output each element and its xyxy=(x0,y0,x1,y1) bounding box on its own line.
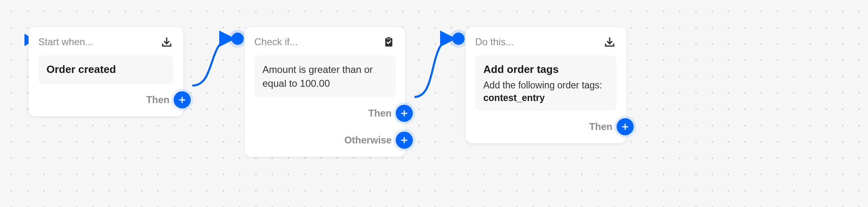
node-condition[interactable]: Check if... Amount is greater than or eq… xyxy=(245,27,405,157)
port-label-then: Then xyxy=(146,94,170,106)
node-action-tag: contest_entry xyxy=(483,92,608,104)
connector-start-to-condition xyxy=(183,24,245,98)
node-condition-header: Check if... xyxy=(254,35,396,49)
node-action-header-label: Do this... xyxy=(475,36,514,48)
node-action-content: Add order tags Add the following order t… xyxy=(475,55,617,111)
svg-rect-1 xyxy=(387,37,391,39)
node-action-port-then: Then xyxy=(475,118,617,135)
node-condition-body: Amount is greater than or equal to 100.0… xyxy=(262,63,388,90)
port-label-then: Then xyxy=(589,121,612,132)
node-action-header: Do this... xyxy=(475,35,617,49)
download-icon xyxy=(160,35,174,49)
port-label-then: Then xyxy=(368,108,392,119)
add-step-button[interactable] xyxy=(617,118,634,135)
download-icon xyxy=(603,35,617,49)
node-start-content: Order created xyxy=(38,55,174,84)
node-action-subtitle: Add the following order tags: xyxy=(483,79,608,92)
node-condition-content: Amount is greater than or equal to 100.0… xyxy=(254,55,396,97)
node-start[interactable]: Start when... Order created Then xyxy=(29,27,183,117)
node-condition-port-then: Then xyxy=(254,105,396,122)
clipboard-check-icon xyxy=(382,35,396,49)
node-start-header-label: Start when... xyxy=(38,36,93,48)
node-start-title: Order created xyxy=(46,63,165,77)
node-condition-port-otherwise: Otherwise xyxy=(254,132,396,149)
workflow-canvas[interactable]: Start when... Order created Then Check i… xyxy=(0,0,868,207)
port-label-otherwise: Otherwise xyxy=(344,134,392,146)
node-start-header: Start when... xyxy=(38,35,174,49)
node-action-title: Add order tags xyxy=(483,63,608,77)
add-step-button[interactable] xyxy=(396,132,413,149)
node-condition-header-label: Check if... xyxy=(254,36,298,48)
node-action[interactable]: Do this... Add order tags Add the follow… xyxy=(465,27,626,143)
node-start-port-then: Then xyxy=(38,91,174,108)
connector-condition-to-action xyxy=(405,24,467,110)
